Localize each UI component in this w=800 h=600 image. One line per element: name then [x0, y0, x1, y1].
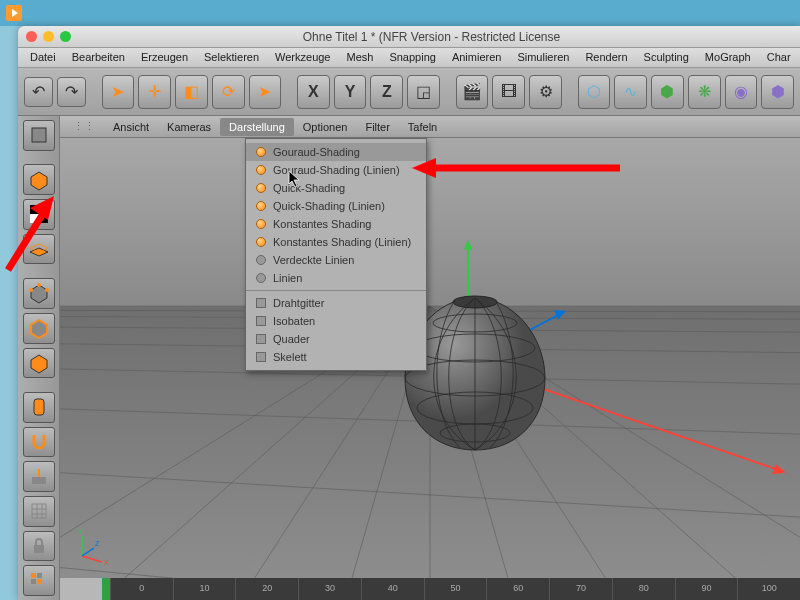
- shading-option[interactable]: Quick-Shading: [246, 179, 426, 197]
- generator-button[interactable]: ⬢: [651, 75, 684, 109]
- view-menu-darstellung[interactable]: Darstellung: [220, 118, 294, 136]
- bullet-icon: [256, 237, 266, 247]
- texture-mode-button[interactable]: [23, 199, 55, 230]
- timeline-tick[interactable]: 70: [549, 578, 612, 600]
- menu-item-label: Drahtgitter: [273, 297, 324, 309]
- environment-button[interactable]: ◉: [725, 75, 758, 109]
- move-tool[interactable]: ✛: [138, 75, 171, 109]
- render-region-button[interactable]: 🎞: [492, 75, 525, 109]
- menu-mesh[interactable]: Mesh: [338, 48, 381, 67]
- menu-animieren[interactable]: Animieren: [444, 48, 510, 67]
- zoom-button[interactable]: [60, 31, 71, 42]
- menu-item-label: Verdeckte Linien: [273, 254, 354, 266]
- svg-text:X: X: [104, 559, 109, 566]
- timeline-tick[interactable]: 40: [361, 578, 424, 600]
- render-view-button[interactable]: 🎬: [456, 75, 489, 109]
- viewport[interactable]: Y X Z: [60, 138, 800, 578]
- timeline[interactable]: 0102030405060708090100: [102, 578, 800, 600]
- menu-snapping[interactable]: Snapping: [381, 48, 444, 67]
- menu-char[interactable]: Char: [759, 48, 799, 67]
- magnet-button[interactable]: [23, 427, 55, 458]
- normals-button[interactable]: [23, 461, 55, 492]
- svg-point-7: [45, 288, 49, 292]
- render-settings-button[interactable]: ⚙: [529, 75, 562, 109]
- timeline-tick[interactable]: 30: [298, 578, 361, 600]
- last-tool[interactable]: ➤: [249, 75, 282, 109]
- svg-marker-39: [464, 240, 472, 250]
- svg-marker-41: [772, 465, 786, 475]
- timeline-tick[interactable]: 10: [173, 578, 236, 600]
- make-editable-button[interactable]: [23, 120, 55, 151]
- snap-grid-button[interactable]: [23, 565, 55, 596]
- coord-system-button[interactable]: ◲: [407, 75, 440, 109]
- window-title: Ohne Titel 1 * (NFR Version - Restricted…: [71, 30, 792, 44]
- model-mode-button[interactable]: [23, 164, 55, 195]
- bullet-icon: [256, 183, 266, 193]
- bullet-icon: [256, 316, 266, 326]
- select-tool[interactable]: ➤: [102, 75, 135, 109]
- minimize-button[interactable]: [43, 31, 54, 42]
- points-mode-button[interactable]: [23, 278, 55, 309]
- menu-mograph[interactable]: MoGraph: [697, 48, 759, 67]
- axis-x-button[interactable]: X: [297, 75, 330, 109]
- menu-rendern[interactable]: Rendern: [577, 48, 635, 67]
- timeline-tick[interactable]: 20: [235, 578, 298, 600]
- menu-bearbeiten[interactable]: Bearbeiten: [64, 48, 133, 67]
- view-menu-optionen[interactable]: Optionen: [294, 118, 357, 136]
- view-menu-tafeln[interactable]: Tafeln: [399, 118, 446, 136]
- scale-tool[interactable]: ◧: [175, 75, 208, 109]
- view-menu-kameras[interactable]: Kameras: [158, 118, 220, 136]
- deformer-button[interactable]: ❋: [688, 75, 721, 109]
- bullet-icon: [256, 352, 266, 362]
- axis-z-button[interactable]: Z: [370, 75, 403, 109]
- svg-rect-16: [31, 573, 36, 578]
- shading-option[interactable]: Gouraud-Shading: [246, 143, 426, 161]
- menu-werkzeuge[interactable]: Werkzeuge: [267, 48, 338, 67]
- menu-simulieren[interactable]: Simulieren: [509, 48, 577, 67]
- shading-option[interactable]: Verdeckte Linien: [246, 251, 426, 269]
- edges-mode-button[interactable]: [23, 313, 55, 344]
- shading-option[interactable]: Konstantes Shading (Linien): [246, 233, 426, 251]
- bullet-icon: [256, 334, 266, 344]
- menu-selektieren[interactable]: Selektieren: [196, 48, 267, 67]
- view-menu-ansicht[interactable]: Ansicht: [104, 118, 158, 136]
- shading-option[interactable]: Quick-Shading (Linien): [246, 197, 426, 215]
- svg-rect-3: [30, 205, 39, 214]
- camera-button[interactable]: ⬢: [761, 75, 794, 109]
- polygons-mode-button[interactable]: [23, 348, 55, 379]
- shading-option[interactable]: Konstantes Shading: [246, 215, 426, 233]
- menu-erzeugen[interactable]: Erzeugen: [133, 48, 196, 67]
- view-menu-filter[interactable]: Filter: [356, 118, 398, 136]
- svg-marker-9: [31, 320, 47, 338]
- workplane-mode-button[interactable]: [23, 234, 55, 265]
- redo-button[interactable]: ↷: [57, 77, 86, 107]
- tweak-button[interactable]: [23, 392, 55, 423]
- menu-sculpting[interactable]: Sculpting: [636, 48, 697, 67]
- undo-button[interactable]: ↶: [24, 77, 53, 107]
- display-option[interactable]: Drahtgitter: [246, 294, 426, 312]
- timeline-start-marker[interactable]: [102, 578, 110, 600]
- shading-option[interactable]: Gouraud-Shading (Linien): [246, 161, 426, 179]
- snap-settings-button[interactable]: [23, 496, 55, 527]
- timeline-tick[interactable]: 60: [486, 578, 549, 600]
- timeline-tick[interactable]: 100: [737, 578, 800, 600]
- close-button[interactable]: [26, 31, 37, 42]
- lock-axis-button[interactable]: [23, 531, 55, 562]
- primitive-cube-button[interactable]: ⬡: [578, 75, 611, 109]
- axis-y-button[interactable]: Y: [334, 75, 367, 109]
- timeline-tick[interactable]: 80: [612, 578, 675, 600]
- rotate-tool[interactable]: ⟳: [212, 75, 245, 109]
- shading-option[interactable]: Linien: [246, 269, 426, 287]
- timeline-tick[interactable]: 50: [424, 578, 487, 600]
- timeline-tick[interactable]: 90: [675, 578, 738, 600]
- display-option[interactable]: Skelett: [246, 348, 426, 366]
- bullet-icon: [256, 147, 266, 157]
- display-option[interactable]: Quader: [246, 330, 426, 348]
- menu-item-label: Quader: [273, 333, 310, 345]
- display-option[interactable]: Isobaten: [246, 312, 426, 330]
- spline-button[interactable]: ∿: [614, 75, 647, 109]
- svg-point-8: [29, 288, 33, 292]
- svg-marker-5: [31, 285, 47, 303]
- menu-datei[interactable]: Datei: [22, 48, 64, 67]
- timeline-tick[interactable]: 0: [110, 578, 173, 600]
